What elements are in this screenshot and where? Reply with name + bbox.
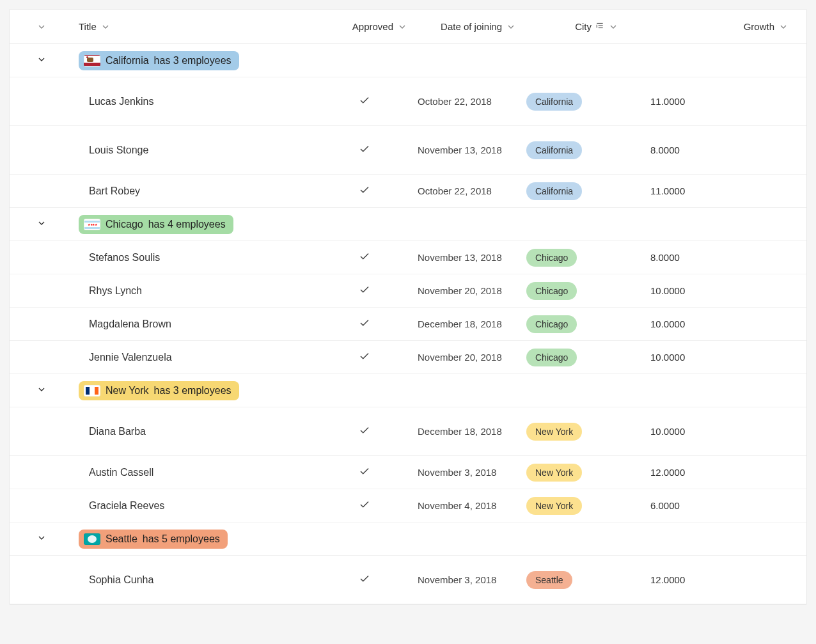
header-city-label: City	[575, 21, 592, 32]
check-icon	[359, 350, 370, 364]
cell-title: Louis Stonge	[74, 139, 317, 161]
table-row[interactable]: Jennie ValenzuelaNovember 20, 2018Chicag…	[10, 341, 806, 374]
employee-table: Title Approved Date of joining City	[9, 9, 807, 605]
flag-icon	[84, 55, 100, 67]
cell-approved	[317, 179, 412, 203]
cell-approved	[317, 420, 412, 443]
cell-title: Diana Barba	[74, 421, 317, 443]
chevron-down-icon	[397, 22, 407, 32]
cell-growth: 8.0000	[624, 139, 806, 161]
cell-title: Austin Cassell	[74, 462, 317, 483]
cell-growth: 11.0000	[624, 180, 806, 201]
cell-date: November 13, 2018	[412, 139, 521, 161]
group-toggle[interactable]	[10, 384, 74, 397]
table-body: California has 3 employeesLucas JenkinsO…	[10, 44, 806, 604]
cell-date: December 18, 2018	[412, 313, 521, 334]
chevron-down-icon	[506, 22, 516, 32]
table-row[interactable]: Lucas JenkinsOctober 22, 2018California1…	[10, 77, 806, 126]
city-pill: New York	[526, 423, 582, 441]
header-expand-all[interactable]	[10, 22, 74, 32]
group-name: New York	[106, 385, 149, 397]
table-row[interactable]: Stefanos SoulisNovember 13, 2018Chicago8…	[10, 241, 806, 274]
group-badge-seattle[interactable]: Seattle has 5 employees	[79, 530, 228, 549]
cell-growth: 12.0000	[624, 569, 806, 590]
table-row[interactable]: Rhys LynchNovember 20, 2018Chicago10.000…	[10, 274, 806, 308]
cell-approved	[317, 345, 412, 369]
group-toggle[interactable]	[10, 54, 74, 67]
check-icon	[359, 499, 370, 512]
header-title-label: Title	[79, 21, 97, 32]
flag-icon	[84, 219, 100, 230]
cell-growth: 6.0000	[624, 495, 806, 516]
cell-approved	[317, 312, 412, 336]
header-growth[interactable]: Growth	[624, 21, 806, 32]
cell-growth: 11.0000	[624, 91, 806, 112]
cell-approved	[317, 246, 412, 269]
chevron-down-icon	[778, 22, 789, 32]
cell-date: November 20, 2018	[412, 280, 521, 301]
cell-approved	[317, 138, 412, 162]
group-badge-california[interactable]: California has 3 employees	[79, 51, 239, 70]
cell-city: Chicago	[521, 277, 624, 305]
chevron-down-icon	[36, 218, 47, 230]
group-toggle[interactable]	[10, 533, 74, 545]
cell-date: October 22, 2018	[412, 180, 521, 201]
table-header-row: Title Approved Date of joining City	[10, 10, 806, 44]
cell-city: New York	[521, 418, 624, 446]
cell-title: Stefanos Soulis	[74, 247, 317, 269]
cell-date: October 22, 2018	[412, 91, 521, 112]
cell-title: Lucas Jenkins	[74, 91, 317, 113]
cell-city: Chicago	[521, 310, 624, 338]
group-toggle[interactable]	[10, 218, 74, 230]
cell-date: November 3, 2018	[412, 462, 521, 483]
cell-city: Chicago	[521, 343, 624, 372]
city-pill: Chicago	[526, 315, 577, 333]
group-badge-chicago[interactable]: Chicago has 4 employees	[79, 215, 233, 234]
city-pill: New York	[526, 464, 582, 482]
table-row[interactable]: Diana BarbaDecember 18, 2018New York10.0…	[10, 407, 806, 456]
flag-icon	[84, 533, 100, 545]
chevron-down-icon	[36, 54, 47, 67]
header-city[interactable]: City	[521, 21, 624, 32]
cell-date: November 20, 2018	[412, 347, 521, 368]
table-row[interactable]: Magdalena BrownDecember 18, 2018Chicago1…	[10, 308, 806, 341]
group-count: has 3 employees	[154, 55, 231, 67]
header-title[interactable]: Title	[74, 21, 317, 32]
cell-date: November 3, 2018	[412, 569, 521, 590]
check-icon	[359, 184, 370, 198]
cell-title: Jennie Valenzuela	[74, 347, 317, 368]
check-icon	[359, 466, 370, 479]
group-name: California	[106, 55, 149, 67]
cell-city: New York	[521, 459, 624, 487]
cell-city: California	[521, 177, 624, 205]
group-row-california: California has 3 employees	[10, 44, 806, 77]
table-row[interactable]: Sophia CunhaNovember 3, 2018Seattle12.00…	[10, 556, 806, 604]
cell-growth: 12.0000	[624, 462, 806, 483]
header-approved[interactable]: Approved	[317, 21, 412, 32]
group-row-newyork: New York has 3 employees	[10, 374, 806, 407]
city-pill: California	[526, 93, 582, 111]
table-row[interactable]: Graciela ReevesNovember 4, 2018New York6…	[10, 489, 806, 522]
table-row[interactable]: Louis StongeNovember 13, 2018California8…	[10, 126, 806, 175]
city-pill: New York	[526, 497, 582, 515]
city-pill: Seattle	[526, 571, 572, 589]
city-pill: California	[526, 141, 582, 159]
table-row[interactable]: Austin CassellNovember 3, 2018New York12…	[10, 456, 806, 489]
cell-date: November 13, 2018	[412, 247, 521, 268]
city-pill: Chicago	[526, 349, 577, 366]
cell-growth: 10.0000	[624, 313, 806, 334]
group-name: Chicago	[106, 219, 143, 230]
cell-city: California	[521, 136, 624, 164]
cell-growth: 8.0000	[624, 247, 806, 268]
check-icon	[359, 573, 370, 586]
cell-city: Seattle	[521, 566, 624, 594]
cell-growth: 10.0000	[624, 421, 806, 442]
header-date[interactable]: Date of joining	[412, 21, 521, 32]
cell-city: Chicago	[521, 244, 624, 272]
check-icon	[359, 425, 370, 438]
table-row[interactable]: Bart RobeyOctober 22, 2018California11.0…	[10, 175, 806, 208]
group-badge-newyork[interactable]: New York has 3 employees	[79, 381, 239, 400]
header-date-label: Date of joining	[441, 21, 502, 32]
cell-approved	[317, 90, 412, 113]
cell-title: Graciela Reeves	[74, 495, 317, 517]
